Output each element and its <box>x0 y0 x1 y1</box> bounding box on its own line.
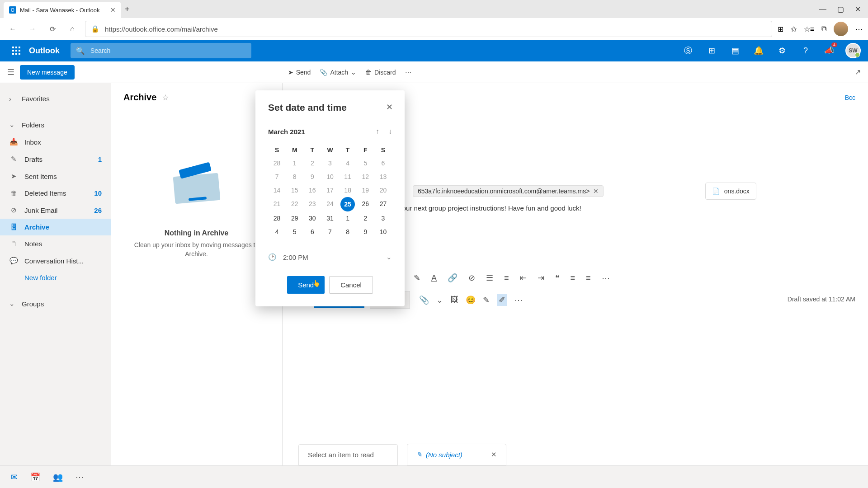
search-box[interactable]: 🔍 <box>71 43 251 58</box>
extension-icon[interactable]: ⊞ <box>778 25 783 33</box>
search-input[interactable] <box>90 47 246 54</box>
message-body[interactable]: r your next group project instructions! … <box>395 204 855 212</box>
address-bar[interactable]: 🔒 https://outlook.office.com/mail/archiv… <box>85 21 772 37</box>
more-icon[interactable]: ⋯ <box>405 69 411 76</box>
mail-icon[interactable]: ✉ <box>11 472 18 482</box>
calendar-day[interactable]: 2 <box>357 211 374 225</box>
app-launcher-icon[interactable] <box>7 42 25 60</box>
more-format-icon[interactable]: ⋯ <box>602 273 610 283</box>
chevron-down-icon[interactable]: ⌄ <box>436 295 443 305</box>
highlight-icon[interactable]: ✎ <box>414 273 420 283</box>
more-apps-icon[interactable]: ⋯ <box>75 472 84 482</box>
groups-section[interactable]: ⌄Groups <box>0 295 111 312</box>
back-button[interactable]: ← <box>5 22 20 36</box>
favorites-bar-icon[interactable]: ☆≡ <box>804 25 814 33</box>
template-icon[interactable]: ✐ <box>497 294 507 306</box>
dialog-cancel-button[interactable]: Cancel <box>329 276 373 294</box>
indent-icon[interactable]: ⇥ <box>538 273 544 283</box>
maximize-icon[interactable]: ▢ <box>837 5 844 14</box>
recipient-chip[interactable]: 653a7fc.inknoeeducation.onmicrosoft.com@… <box>413 185 604 197</box>
prev-month-icon[interactable]: ↑ <box>376 127 379 136</box>
calendar-day[interactable]: 25 <box>340 197 355 211</box>
new-folder-link[interactable]: New folder <box>0 269 111 286</box>
bullet-list-icon[interactable]: ☰ <box>486 273 493 283</box>
emoji-icon[interactable]: 😊 <box>466 295 476 305</box>
calendar-day[interactable]: 28 <box>268 211 286 225</box>
calendar-day[interactable]: 26 <box>357 197 374 211</box>
popout-icon[interactable]: ↗ <box>855 68 861 76</box>
sidebar-item-archive[interactable]: 🗄Archive <box>0 219 111 235</box>
calendar-day[interactable]: 6 <box>303 225 321 239</box>
help-icon[interactable]: ? <box>798 43 813 58</box>
close-icon[interactable]: ✕ <box>491 450 497 459</box>
calendar-day[interactable]: 8 <box>339 225 357 239</box>
close-icon[interactable]: ✕ <box>110 6 116 14</box>
favorite-icon[interactable]: ✩ <box>791 25 797 33</box>
sidebar-item-deleted-items[interactable]: 🗑Deleted Items10 <box>0 185 111 202</box>
next-month-icon[interactable]: ↓ <box>388 127 392 136</box>
skype-icon[interactable]: Ⓢ <box>681 43 695 58</box>
align-center-icon[interactable]: ≡ <box>586 273 591 283</box>
attach-command[interactable]: 📎Attach⌄ <box>320 69 356 76</box>
sidebar-item-conversation-hist-[interactable]: 💬Conversation Hist... <box>0 252 111 269</box>
remove-recipient-icon[interactable]: ✕ <box>593 188 599 195</box>
calendar-day[interactable]: 9 <box>357 225 374 239</box>
dialog-send-button[interactable]: Send👆 <box>287 276 325 294</box>
calendar-day[interactable]: 1 <box>339 211 357 225</box>
attachment-chip[interactable]: 📄 ons.docx <box>705 183 756 200</box>
browser-profile[interactable] <box>834 22 848 36</box>
collections-icon[interactable]: ⧉ <box>821 25 826 33</box>
close-window-icon[interactable]: ✕ <box>855 5 861 14</box>
font-color-icon[interactable]: A <box>431 273 437 283</box>
calendar-day[interactable]: 29 <box>286 211 303 225</box>
image-icon[interactable]: 🖼 <box>450 295 458 305</box>
notes-icon[interactable]: ▤ <box>728 43 742 58</box>
more-icon[interactable]: ⋯ <box>514 295 523 305</box>
star-icon[interactable]: ☆ <box>162 93 169 103</box>
close-icon[interactable]: ✕ <box>386 102 393 112</box>
hamburger-icon[interactable]: ☰ <box>7 67 14 77</box>
attach-icon[interactable]: 📎 <box>419 295 429 305</box>
sidebar-item-junk-email[interactable]: ⊘Junk Email26 <box>0 202 111 219</box>
forward-button[interactable]: → <box>25 22 40 36</box>
bcc-link[interactable]: Bcc <box>845 94 855 101</box>
calendar-icon[interactable]: 📅 <box>30 472 40 482</box>
people-icon[interactable]: 👥 <box>53 472 63 482</box>
sidebar-item-sent-items[interactable]: ➤Sent Items <box>0 168 111 185</box>
outdent-icon[interactable]: ⇤ <box>520 273 527 283</box>
teams-icon[interactable]: ⊞ <box>704 43 719 58</box>
no-subject-card[interactable]: ✎ (No subject) ✕ <box>407 444 506 465</box>
minimize-icon[interactable]: — <box>819 5 826 14</box>
refresh-button[interactable]: ⟳ <box>45 22 60 36</box>
home-button[interactable]: ⌂ <box>65 22 80 36</box>
calendar-day[interactable]: 31 <box>321 211 339 225</box>
new-message-button[interactable]: New message <box>20 65 75 80</box>
menu-icon[interactable]: ⋯ <box>855 25 863 33</box>
calendar-day[interactable]: 7 <box>321 225 339 239</box>
user-avatar[interactable]: SW <box>845 43 861 58</box>
time-picker[interactable]: 🕑 2:00 PM ⌄ <box>268 249 392 265</box>
calendar-day[interactable]: 4 <box>268 225 286 239</box>
quote-icon[interactable]: ❝ <box>555 273 560 283</box>
calendar-day[interactable]: 27 <box>374 197 392 211</box>
favorites-section[interactable]: ›Favorites <box>0 90 111 107</box>
link-icon[interactable]: 🔗 <box>448 273 458 283</box>
folders-section[interactable]: ⌄Folders <box>0 116 111 133</box>
calendar-day[interactable]: 30 <box>303 211 321 225</box>
signature-icon[interactable]: ✎ <box>483 295 490 305</box>
number-list-icon[interactable]: ≡ <box>504 273 509 283</box>
send-command[interactable]: ➤Send <box>288 69 311 76</box>
browser-tab[interactable]: O Mail - Sara Wanasek - Outlook ✕ <box>4 2 121 18</box>
sidebar-item-notes[interactable]: 🗒Notes <box>0 235 111 252</box>
settings-icon[interactable]: ⚙ <box>775 43 789 58</box>
align-left-icon[interactable]: ≡ <box>571 273 576 283</box>
notifications-icon[interactable]: 🔔 <box>751 43 766 58</box>
clear-format-icon[interactable]: ⊘ <box>468 273 475 283</box>
new-tab-button[interactable]: + <box>125 5 130 14</box>
calendar-day[interactable]: 10 <box>374 225 392 239</box>
calendar-day[interactable]: 5 <box>286 225 303 239</box>
calendar-day[interactable]: 3 <box>374 211 392 225</box>
megaphone-icon[interactable]: 📣4 <box>822 43 836 58</box>
discard-command[interactable]: 🗑Discard <box>365 69 396 76</box>
sidebar-item-inbox[interactable]: 📥Inbox <box>0 133 111 150</box>
